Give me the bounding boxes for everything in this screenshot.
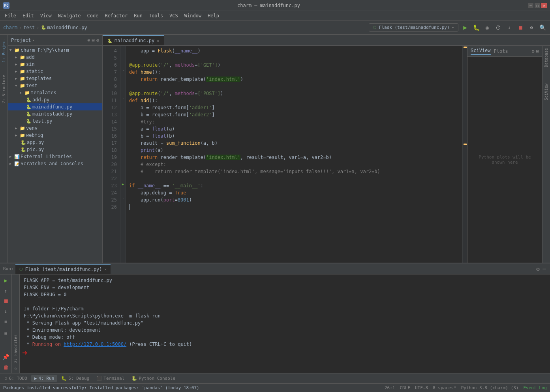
sciview-side-tab[interactable]: SciView — [543, 81, 549, 103]
code-content[interactable]: app = Flask(__name__) @app.route('/', me… — [126, 46, 462, 263]
breadcrumb-charm[interactable]: charm — [3, 25, 17, 30]
console-minimize-button[interactable]: ─ — [542, 265, 547, 273]
tree-item-charm[interactable]: ▼ 📁 charm F:\Py\charm — [8, 47, 102, 54]
editor-tab-active[interactable]: 🐍 mainaddfunc.py ✕ — [103, 35, 164, 45]
project-dropdown-icon: ▾ — [33, 38, 35, 42]
run-button[interactable]: ▶ — [461, 23, 469, 32]
folder-icon: 📁 — [20, 133, 25, 138]
expand-icon: ▶ — [15, 126, 19, 130]
tree-item-test-py[interactable]: . 🐍 test.py — [8, 118, 102, 125]
tree-item-external-libs[interactable]: ▶ 📊 External Libraries — [8, 153, 102, 160]
project-tab[interactable]: 1: Project — [1, 36, 7, 65]
python-console-tool[interactable]: 🐍 Python Console — [128, 375, 178, 382]
tree-item-maintestadd[interactable]: . 🐍 maintestadd.py — [8, 110, 102, 118]
expand-icon: ▶ — [15, 55, 19, 59]
tree-item-venv[interactable]: ▶ 📁 venv — [8, 125, 102, 132]
stop-button[interactable]: ⏹ — [516, 23, 525, 32]
menu-edit[interactable]: Edit — [19, 12, 37, 19]
tree-item-add-folder[interactable]: ▶ 📁 add — [8, 54, 102, 61]
fold-marker-7: └ — [120, 67, 126, 74]
plots-tab[interactable]: Plots — [494, 49, 508, 54]
console-settings-button[interactable]: ⚙ — [535, 265, 540, 273]
line-ending[interactable]: CRLF — [400, 385, 410, 390]
console-tab-active[interactable]: ⬡ Flask (test/mainaddfunc.py) ✕ — [15, 264, 111, 274]
scratch-icon: 📝 — [14, 161, 20, 166]
console-line-6: F:\Py\charm\venv\Scripts\python.exe -m f… — [24, 312, 546, 319]
localhost-link[interactable]: http://127.0.0.1:5000/ — [64, 342, 126, 347]
vcs-update-button[interactable]: ↓ — [505, 23, 514, 32]
terminal-tool[interactable]: ⬛ Terminal — [93, 375, 128, 382]
console-wrap-button[interactable]: ≡ — [2, 317, 10, 326]
code-line-22 — [126, 175, 462, 182]
database-tab[interactable]: Database — [543, 46, 549, 69]
menu-tools[interactable]: Tools — [146, 12, 166, 19]
interpreter-indicator[interactable]: Python 3.8 (charm) (3) — [461, 385, 519, 390]
sync-button[interactable]: ⊕ — [87, 37, 90, 43]
menu-run[interactable]: Run — [131, 12, 146, 19]
encoding[interactable]: UTF-8 — [415, 385, 428, 390]
debug-run-button[interactable]: 🐛 — [472, 23, 481, 32]
py-file-icon: 🐍 — [26, 97, 32, 103]
expand-icon: ▶ — [9, 155, 13, 159]
console-line-3: FLASK_DEBUG = 0 — [24, 291, 546, 298]
console-word-wrap[interactable]: ⊞ — [2, 329, 10, 338]
console-layout: ▶ ↑ ⏹ ↓ ≡ ⊞ 📌 🗑 2: Favorites ☆ FLASK_APP… — [0, 274, 550, 373]
sciview-actions: ⚙ ⊟ — [532, 49, 539, 54]
console-run-button[interactable]: ▶ — [2, 276, 10, 285]
console-scroll-up[interactable]: ↑ — [2, 286, 10, 295]
menu-file[interactable]: File — [2, 12, 19, 19]
run-config-selector[interactable]: ⬡ Flask (test/mainaddfunc.py) ▾ — [369, 23, 458, 32]
status-indicators: 26:1 CRLF UTF-8 8 spaces* Python 3.8 (ch… — [385, 385, 547, 390]
settings-toolbar-button[interactable]: ⚙ — [527, 23, 536, 32]
tree-item-templates-test[interactable]: ▶ 📁 templates — [8, 89, 102, 96]
menu-help[interactable]: Help — [205, 12, 222, 19]
favorites-tab[interactable]: 2: Favorites — [13, 332, 19, 365]
maximize-button[interactable]: □ — [535, 3, 540, 8]
minimize-button[interactable]: ─ — [528, 3, 533, 8]
console-scroll-down[interactable]: ↓ — [2, 307, 10, 315]
code-line-8: return render_template('index.html') — [126, 76, 462, 83]
breadcrumb-test[interactable]: test — [23, 25, 35, 30]
event-log[interactable]: Event Log — [523, 385, 547, 390]
debug-tool-icon: 🐛 — [61, 376, 67, 381]
todo-tool[interactable]: ☑ 6: TODO — [2, 375, 30, 382]
run-config-label: Flask (test/mainaddfunc.py) — [379, 25, 450, 30]
tree-item-webfig[interactable]: ▶ 📁 webfig — [8, 132, 102, 139]
tree-item-scratches[interactable]: ▶ 📝 Scratches and Consoles — [8, 160, 102, 167]
console-stop-button[interactable]: ⏹ — [2, 297, 10, 305]
menu-refactor[interactable]: Refactor — [101, 12, 131, 19]
debug-tool[interactable]: 🐛 5: Debug — [58, 375, 92, 382]
tree-item-static[interactable]: ▶ 📁 static — [8, 68, 102, 75]
profile-button[interactable]: ⏱ — [494, 23, 503, 32]
tree-item-add-py[interactable]: . 🐍 add.py — [8, 96, 102, 103]
search-everywhere-button[interactable]: 🔍 — [538, 23, 547, 32]
cursor-position[interactable]: 26:1 — [385, 385, 395, 390]
tab-close-icon[interactable]: ✕ — [157, 39, 159, 43]
coverage-button[interactable]: ◉ — [483, 23, 492, 32]
tree-item-mainaddfunc[interactable]: . 🐍 mainaddfunc.py — [8, 103, 102, 110]
sciview-settings[interactable]: ⚙ — [532, 49, 535, 54]
sciview-tab[interactable]: SciView — [471, 48, 491, 55]
file-tree: ▼ 📁 charm F:\Py\charm ▶ 📁 add ▶ 📁 sin ▶ … — [8, 46, 102, 263]
console-clear-button[interactable]: 🗑 — [2, 363, 10, 371]
indent-indicator[interactable]: 8 spaces* — [433, 385, 456, 390]
tree-item-app-py[interactable]: . 🐍 app.py — [8, 139, 102, 146]
menu-code[interactable]: Code — [84, 12, 102, 19]
collapse-all-button[interactable]: ⊟ — [92, 37, 95, 43]
run-tool[interactable]: ▶ 4: Run — [31, 375, 57, 382]
tree-item-sin[interactable]: ▶ 📁 sin — [8, 61, 102, 68]
menu-view[interactable]: View — [37, 12, 55, 19]
console-pin-button[interactable]: 📌 — [2, 353, 10, 361]
tree-item-pic-py[interactable]: . 🐍 pic.py — [8, 146, 102, 153]
tree-item-templates-root[interactable]: ▶ 📁 templates — [8, 75, 102, 82]
menu-vcs[interactable]: VCS — [166, 12, 181, 19]
code-line-11: def add(): — [126, 97, 462, 104]
tree-settings-button[interactable]: ⚙ — [96, 37, 99, 43]
tree-item-test[interactable]: ▼ 📁 test — [8, 82, 102, 89]
console-tab-close[interactable]: ✕ — [105, 267, 107, 271]
menu-navigate[interactable]: Navigate — [55, 12, 84, 19]
structure-tab[interactable]: 2: Structure — [1, 73, 7, 106]
close-button[interactable]: ✕ — [541, 3, 547, 8]
sciview-expand[interactable]: ⊟ — [536, 49, 539, 54]
menu-window[interactable]: Window — [181, 12, 205, 19]
